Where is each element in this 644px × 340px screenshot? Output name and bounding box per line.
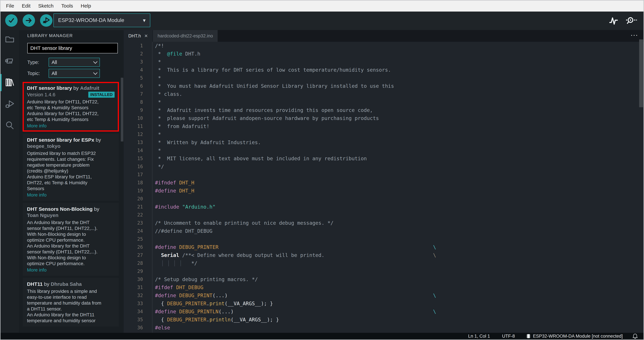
code-token: { <box>155 317 167 322</box>
code-token: println <box>210 317 230 322</box>
menu-file[interactable]: File <box>2 1 18 11</box>
code-token: #define <box>155 292 179 298</box>
library-author: Adafruit <box>80 85 99 91</box>
code-token: DEBUG_PRINTER <box>167 317 206 322</box>
line-number: 5 <box>124 74 152 82</box>
notifications-bell-button[interactable] <box>632 333 638 339</box>
description-line: requirements. Last changes: Fix <box>27 156 114 162</box>
code-line: 22 <box>124 211 644 219</box>
line-number: 33 <box>124 299 152 308</box>
library-list-item[interactable]: DHT sensor library by AdafruitVersion 1.… <box>22 82 119 132</box>
magnifier-dots-icon <box>625 16 638 26</box>
code-token: { <box>155 300 167 306</box>
by-label: by <box>94 206 99 212</box>
code-token: * from Adafruit! <box>155 123 210 129</box>
line-number: 8 <box>124 98 152 106</box>
library-search-input[interactable] <box>27 43 118 53</box>
code-token: (...) <box>218 309 234 314</box>
encoding[interactable]: UTF-8 <box>502 334 515 339</box>
more-info-link[interactable]: More info <box>27 267 46 273</box>
cursor-position[interactable]: Ln 1, Col 1 <box>468 334 490 339</box>
sidebar-item-debug[interactable] <box>0 95 19 113</box>
sidebar-item-library-manager[interactable] <box>0 73 19 92</box>
code-line: 30/* Setup debug printing macros. */ <box>124 275 644 283</box>
more-actions-button[interactable]: ··· <box>631 30 638 41</box>
code-line: 10 * please support Adafruit andopen-sou… <box>124 114 644 122</box>
code-token: * <box>155 51 167 57</box>
description-line: sensor family (DHT11, DHT22,...). <box>27 225 114 231</box>
code-token: DEBUG_PRINTER <box>179 244 219 250</box>
board-status[interactable]: ESP32-WROOM-DA Module [not connected] <box>526 334 623 339</box>
description-line: Optimized libray to match ESP32 <box>27 150 114 156</box>
line-number: 2 <box>124 50 152 58</box>
line-number: 30 <box>124 275 152 283</box>
editor-scrollbar[interactable] <box>639 40 643 107</box>
tab-dht.h[interactable]: DHT.h✕ <box>124 30 152 42</box>
menu-help[interactable]: Help <box>77 1 95 11</box>
code-token: DEBUG_PRINTER <box>167 300 206 306</box>
code-token: #include <box>155 204 182 210</box>
menu-edit[interactable]: Edit <box>18 1 34 11</box>
code-token: __VA_ARGS__ <box>228 300 261 306</box>
code-line-text: #ifndef DHT_H <box>152 179 644 187</box>
code-line: 14 * <box>124 146 644 154</box>
serial-monitor-button[interactable] <box>626 15 637 26</box>
code-token: * please support Adafruit andopen-source… <box>155 115 379 121</box>
code-line-text: * <box>152 98 644 106</box>
code-line-text: #include "Arduino.h" <box>152 203 644 211</box>
code-line: 36#else <box>124 324 644 332</box>
sidebar-item-search[interactable] <box>0 116 19 135</box>
code-token: * Written by Adafruit Industries. <box>155 139 261 145</box>
library-item-title: DHT Sensors Non-Blocking by Toan Nguyen <box>27 206 114 218</box>
description-line: negative temperature problem <box>27 162 114 168</box>
code-token: "Arduino.h" <box>182 204 216 210</box>
upload-button[interactable] <box>22 14 35 27</box>
serial-plotter-button[interactable] <box>608 15 620 26</box>
editor: DHT.h✕hardcoded-dht22-esp32.ino ··· 1/*!… <box>124 30 644 333</box>
sidebar-item-boards-manager[interactable] <box>0 52 19 71</box>
code-line-text: * Written by Adafruit Industries. <box>152 138 644 146</box>
library-list-item[interactable]: DHT sensor library for ESPx by beegee_to… <box>22 134 119 201</box>
board-icon <box>4 56 15 67</box>
topic-filter-row: Topic: All <box>27 69 124 78</box>
check-icon <box>8 17 15 24</box>
library-list-item[interactable]: DHT Sensors Non-Blocking by Toan NguyenA… <box>22 203 119 276</box>
code-line: 28 │ │ │ │ */ <box>124 259 644 267</box>
code-line-text <box>152 267 644 275</box>
code-token: @file <box>167 51 182 57</box>
code-line-text: * <box>152 130 644 138</box>
menu-sketch[interactable]: Sketch <box>34 1 58 11</box>
more-info-link[interactable]: More info <box>27 123 46 128</box>
library-name: DHT sensor library <box>27 85 72 91</box>
debug-button[interactable] <box>40 14 52 27</box>
description-line: Arduino ESP library for DHT11, <box>27 174 114 180</box>
menu-tools[interactable]: Tools <box>58 1 77 11</box>
topic-filter-select[interactable]: All <box>48 69 100 78</box>
menu-bar: FileEditSketchToolsHelp <box>0 1 644 12</box>
close-icon[interactable]: ✕ <box>144 33 148 39</box>
bell-icon <box>632 333 638 339</box>
line-number: 24 <box>124 227 152 235</box>
library-list-item[interactable]: DHT11 by Dhruba SahaThis library provide… <box>22 278 119 326</box>
more-info-link[interactable]: More info <box>27 192 46 198</box>
code-line-text: #define DHT_H <box>152 187 644 195</box>
code-token: * <box>155 131 161 137</box>
code-line-text: * please support Adafruit andopen-source… <box>152 114 644 122</box>
code-line: 24//#define DHT_DEBUG <box>124 227 644 235</box>
description-line: This library provides a simple and <box>27 288 114 294</box>
type-filter-select[interactable]: All <box>48 58 100 67</box>
line-number: 17 <box>124 171 152 179</box>
description-line: optimize CPU performance. <box>27 237 114 243</box>
code-line: 18#ifndef DHT_H <box>124 179 644 187</box>
tab-hardcoded-dht22-esp32.ino[interactable]: hardcoded-dht22-esp32.ino <box>153 30 218 42</box>
sidebar-scrollbar[interactable] <box>121 78 123 141</box>
library-version: Version 1.4.6 <box>27 92 55 97</box>
verify-button[interactable] <box>5 14 18 27</box>
sidebar-item-sketchbook[interactable] <box>0 30 19 49</box>
board-selector[interactable]: ESP32-WROOM-DA Module ▾ <box>54 14 150 27</box>
code-token: #ifndef <box>155 180 179 186</box>
code-token: ); } <box>267 317 279 322</box>
code-area[interactable]: 1/*!2 * @file DHT.h3 *4 * This is a libr… <box>124 42 644 333</box>
topic-filter-value: All <box>52 71 94 76</box>
code-token <box>155 252 161 258</box>
